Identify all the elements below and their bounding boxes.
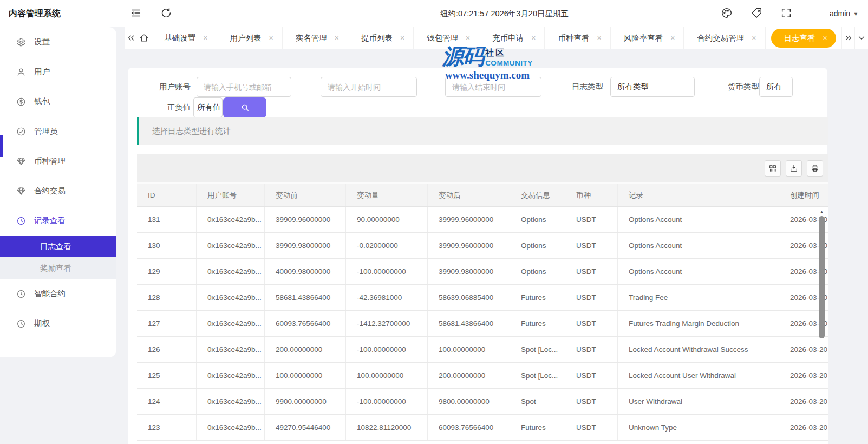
sidebar-item[interactable]: 币种管理	[0, 146, 116, 176]
currency-type-select[interactable]: 所有	[759, 77, 793, 97]
fullscreen-icon[interactable]	[780, 7, 793, 20]
start-time-input[interactable]	[321, 77, 417, 97]
sidebar-item[interactable]: 管理员	[0, 116, 116, 146]
tab-close-icon[interactable]: ×	[203, 34, 207, 42]
tab-item[interactable]: 合约交易管理×	[684, 27, 765, 49]
tab-label: 币种查看	[558, 33, 589, 43]
table-cell: USDT	[565, 311, 618, 336]
table-row[interactable]: 1260x163ce42a9b...200.00000000-100.00000…	[137, 337, 828, 363]
sidebar-item[interactable]: 设置	[0, 27, 116, 57]
table-scrollbar[interactable]: ▲	[818, 208, 825, 443]
table-cell: 0x163ce42a9b...	[197, 389, 265, 414]
table-cell: Spot [Loc...	[510, 337, 565, 362]
table-header-cell: ID	[137, 184, 197, 206]
export-icon[interactable]	[786, 160, 802, 177]
sidebar-scroll-indicator[interactable]	[0, 135, 3, 157]
table-row[interactable]: 1280x163ce42a9b...58681.43866400-42.3698…	[137, 285, 828, 311]
table-row[interactable]: 1230x163ce42a9b...49270.9544640010822.81…	[137, 415, 828, 441]
table-header-cell: 创建时间	[779, 184, 828, 206]
table-cell: -0.02000000	[346, 233, 428, 258]
menu-fold-icon[interactable]	[130, 7, 143, 20]
table-cell: 100.00000000	[346, 363, 428, 388]
table-cell: Futures	[510, 285, 565, 310]
tab-close-icon[interactable]: ×	[752, 34, 756, 42]
sidebar-item-label: 期权	[34, 318, 50, 329]
search-button[interactable]	[223, 97, 266, 117]
table-cell: 130	[137, 233, 197, 258]
table-header-cell: 交易信息	[510, 184, 565, 206]
tab-close-icon[interactable]: ×	[335, 34, 339, 42]
account-input[interactable]	[197, 77, 291, 97]
table-cell: Futures	[510, 311, 565, 336]
table-cell: 200.00000000	[265, 337, 346, 362]
table-cell: 0x163ce42a9b...	[197, 233, 265, 258]
tab-item[interactable]: 基础设置×	[151, 27, 217, 49]
tab-item[interactable]: 充币申请×	[479, 27, 545, 49]
tab-item[interactable]: 钱包管理×	[414, 27, 479, 49]
history-icon	[16, 216, 26, 226]
tab-item[interactable]: 实名管理×	[283, 27, 348, 49]
scrollbar-thumb[interactable]	[819, 216, 825, 338]
table-cell: Unknown Type	[618, 415, 779, 440]
table-cell: USDT	[565, 207, 618, 232]
table-row[interactable]: 1250x163ce42a9b...100.00000000100.000000…	[137, 363, 828, 389]
tab-label: 实名管理	[296, 33, 327, 43]
table-toolbar	[137, 154, 828, 182]
sidebar-item[interactable]: 智能合约	[0, 279, 116, 309]
watermark-brand-en: COMMUNITY	[485, 59, 533, 67]
print-icon[interactable]	[807, 160, 823, 177]
table-cell: User Withdrawal	[618, 389, 779, 414]
scroll-up-icon[interactable]: ▲	[818, 210, 825, 214]
columns-icon[interactable]	[765, 160, 781, 177]
chevrons-left-icon[interactable]	[125, 27, 138, 49]
sidebar-item-label: 钱包	[34, 96, 50, 107]
tab-close-icon[interactable]: ×	[531, 34, 536, 42]
palette-icon[interactable]	[721, 7, 734, 20]
tab-close-icon[interactable]: ×	[670, 34, 675, 42]
user-menu[interactable]: admin▼	[830, 0, 858, 28]
sidebar-item[interactable]: 钱包	[0, 87, 116, 116]
table-row-partial	[137, 441, 828, 444]
tab-close-icon[interactable]: ×	[597, 34, 601, 42]
end-time-input[interactable]	[445, 77, 541, 97]
sidebar-subitem[interactable]: 奖励查看	[0, 257, 116, 279]
sidebar-subitem[interactable]: 日志查看	[0, 236, 116, 257]
tab-close-icon[interactable]: ×	[400, 34, 404, 42]
sidebar-item[interactable]: 用户	[0, 57, 116, 87]
sidebar-item-label: 币种管理	[34, 156, 66, 166]
log-type-select[interactable]: 所有类型	[610, 77, 695, 97]
table-cell: Locked Account Withdrawal Success	[618, 337, 779, 362]
sign-select[interactable]: 所有值	[193, 97, 223, 117]
sidebar-item[interactable]: 合约交易	[0, 176, 116, 206]
tab-item[interactable]: 提币列表×	[348, 27, 414, 49]
table-row[interactable]: 1270x163ce42a9b...60093.76566400-1412.32…	[137, 311, 828, 337]
table-row[interactable]: 1240x163ce42a9b...9900.00000000-100.0000…	[137, 389, 828, 415]
home-tab-icon[interactable]	[138, 27, 152, 49]
tab-item[interactable]: 日志查看×	[771, 29, 836, 48]
tab-item[interactable]: 风险率查看×	[611, 27, 684, 49]
table-cell: 58639.06885400	[428, 285, 510, 310]
tab-close-icon[interactable]: ×	[269, 34, 273, 42]
table-row[interactable]: 1310x163ce42a9b...39909.9600000090.00000…	[137, 207, 828, 233]
history-icon	[16, 319, 26, 329]
sidebar-item[interactable]: 期权	[0, 309, 116, 338]
table-row[interactable]: 1300x163ce42a9b...39909.98000000-0.02000…	[137, 233, 828, 259]
chevron-down-icon[interactable]	[854, 27, 868, 49]
table-header-cell: 记录	[618, 184, 779, 206]
tag-icon[interactable]	[750, 7, 763, 20]
tab-close-icon[interactable]: ×	[466, 34, 470, 42]
tab-label: 合约交易管理	[697, 33, 744, 43]
table-row[interactable]: 1290x163ce42a9b...40009.98000000-100.000…	[137, 259, 828, 285]
chevrons-right-icon[interactable]	[841, 27, 855, 49]
table-body: 1310x163ce42a9b...39909.9600000090.00000…	[137, 207, 828, 444]
table-cell: 125	[137, 363, 197, 388]
search-icon	[240, 103, 250, 112]
refresh-icon[interactable]	[160, 7, 173, 20]
sidebar-submenu: 日志查看奖励查看	[0, 236, 116, 279]
sidebar: 设置用户钱包管理员币种管理合约交易记录查看日志查看奖励查看智能合约期权	[0, 27, 116, 357]
tab-item[interactable]: 用户列表×	[217, 27, 283, 49]
tab-item[interactable]: 币种查看×	[545, 27, 610, 49]
sidebar-item[interactable]: 记录查看	[0, 206, 116, 236]
tab-close-icon[interactable]: ×	[823, 34, 827, 42]
table-header-cell: 变动量	[346, 184, 428, 206]
